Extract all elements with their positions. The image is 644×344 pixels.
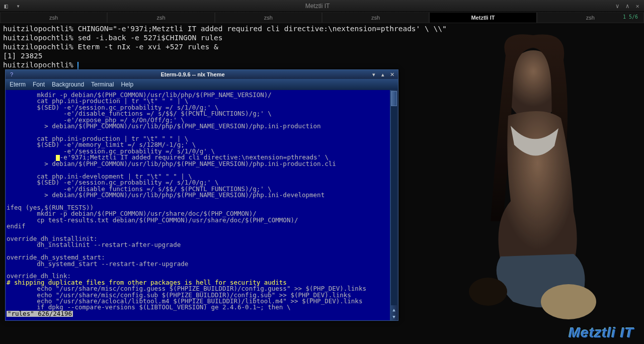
window-title: Metztli IT — [24, 3, 611, 10]
editor-status-line: "rules" 626/24196 — [7, 311, 73, 317]
terminal-prompt: huitzilopochtli% — [3, 61, 77, 69]
menu-help[interactable]: Help — [121, 81, 133, 88]
eterm-menubar: Eterm Font Background Terminal Help — [6, 79, 398, 90]
scrollbar-thumb[interactable] — [391, 91, 397, 106]
close-icon[interactable]: ✕ — [388, 71, 396, 78]
help-icon[interactable]: ? — [8, 71, 16, 77]
terminal-line: huitzilopochtli% CHINGON="-e'937i;Metztl… — [3, 25, 447, 33]
tab-bar: zsh zsh zsh zsh Metztli IT zsh — [0, 12, 644, 23]
menu-background[interactable]: Background — [52, 81, 84, 88]
tab-zsh-3[interactable]: zsh — [215, 12, 322, 23]
maximize-icon[interactable]: ∧ — [624, 3, 631, 10]
svg-point-1 — [541, 284, 596, 319]
eterm-window: ? Eterm-0.9.6 -- nIx Theme ▾ ▴ ✕ Eterm F… — [5, 69, 398, 321]
tab-label: zsh — [371, 15, 380, 21]
editor-text: > debian/$(PHP_COMMON)/usr/lib/php/$(PHP… — [7, 160, 336, 280]
menu-font[interactable]: Font — [33, 81, 45, 88]
eterm-title: Eterm-0.9.6 -- nIx Theme — [18, 71, 368, 77]
tab-zsh-2[interactable]: zsh — [107, 12, 214, 23]
svg-point-2 — [469, 278, 507, 306]
terminal-line: [1] 23825 — [3, 52, 43, 60]
terminal-line: huitzilopochtli% Eterm -t nIx -e xvi +52… — [3, 43, 218, 51]
scrollbar-track[interactable] — [391, 91, 397, 305]
tab-label: Metztli IT — [471, 15, 495, 21]
app-icon: ◧ — [2, 2, 10, 10]
terminal-output[interactable]: huitzilopochtli% CHINGON="-e'937i;Metztl… — [0, 23, 644, 70]
tab-zsh-1[interactable]: zsh — [0, 12, 107, 23]
eterm-scrollbar[interactable]: ▲ ▼ — [390, 90, 398, 320]
tab-zsh-4[interactable]: zsh — [322, 12, 429, 23]
menu-eterm[interactable]: Eterm — [10, 81, 26, 88]
window-titlebar: ◧ ▾ Metztli IT ∨ ∧ ✕ — [0, 0, 644, 12]
close-icon[interactable]: ✕ — [634, 3, 641, 10]
eterm-content[interactable]: mkdir -p debian/$(PHP_COMMON)/usr/lib/ph… — [6, 90, 390, 320]
watermark-text: Metztli IT — [569, 325, 634, 341]
maximize-icon[interactable]: ▴ — [379, 71, 387, 78]
tab-indicator: 1 5/6 — [623, 14, 638, 20]
scroll-down-icon[interactable]: ▼ — [390, 313, 398, 320]
tab-label: zsh — [156, 15, 165, 21]
minimize-icon[interactable]: ▾ — [370, 71, 378, 78]
editor-text: echo "/usr/share/misc/config.guess $(PHP… — [7, 285, 366, 311]
eterm-titlebar[interactable]: ? Eterm-0.9.6 -- nIx Theme ▾ ▴ ✕ — [6, 70, 398, 79]
editor-text: mkdir -p debian/$(PHP_COMMON)/usr/lib/ph… — [7, 91, 321, 155]
tab-label: zsh — [586, 15, 595, 21]
menu-icon[interactable]: ▾ — [14, 2, 22, 10]
scroll-up-icon[interactable]: ▲ — [390, 306, 398, 313]
menu-terminal[interactable]: Terminal — [91, 81, 114, 88]
terminal-line: huitzilopochtli% sed -i.back -e 527i$CHI… — [3, 34, 223, 42]
cursor-icon — [77, 62, 78, 69]
tab-label: zsh — [264, 15, 273, 21]
minimize-icon[interactable]: ∨ — [614, 3, 621, 10]
tab-label: zsh — [49, 15, 58, 21]
tab-metztli-it[interactable]: Metztli IT — [429, 12, 536, 23]
